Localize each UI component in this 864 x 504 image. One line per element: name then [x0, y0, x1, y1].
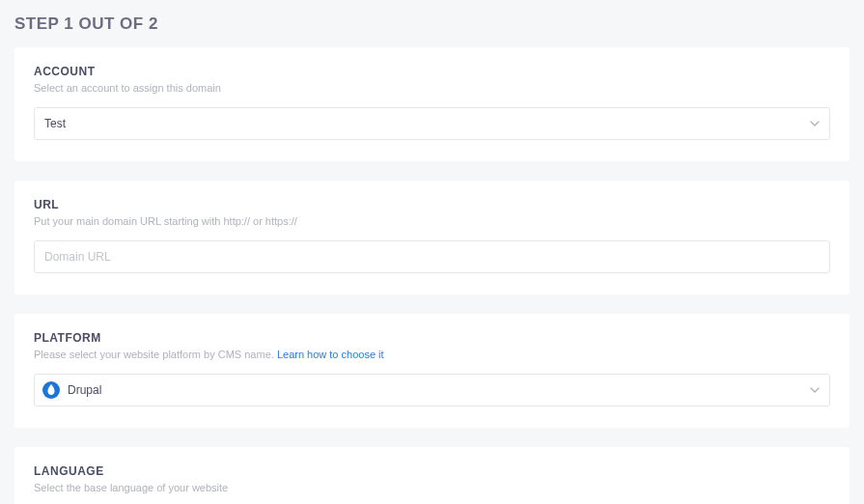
platform-select[interactable]: Drupal [34, 374, 830, 406]
account-select[interactable]: Test [34, 107, 830, 140]
page-title: STEP 1 OUT OF 2 [14, 14, 850, 34]
platform-label: PLATFORM [34, 331, 830, 345]
language-hint: Select the base language of your website [34, 482, 830, 493]
platform-learn-link[interactable]: Learn how to choose it [277, 349, 384, 360]
account-select-value: Test [44, 117, 66, 130]
account-hint: Select an account to assign this domain [34, 82, 830, 94]
url-card: URL Put your main domain URL starting wi… [14, 181, 850, 294]
url-input[interactable] [34, 240, 830, 273]
chevron-down-icon [810, 387, 820, 393]
url-hint: Put your main domain URL starting with h… [34, 215, 830, 227]
platform-hint: Please select your website platform by C… [34, 349, 830, 360]
url-label: URL [34, 198, 830, 211]
account-card: ACCOUNT Select an account to assign this… [14, 47, 850, 161]
platform-card: PLATFORM Please select your website plat… [14, 314, 850, 428]
platform-hint-text: Please select your website platform by C… [34, 349, 277, 360]
account-label: ACCOUNT [34, 65, 830, 78]
platform-select-value: Drupal [68, 383, 101, 397]
drupal-icon [42, 381, 60, 399]
language-card: LANGUAGE Select the base language of you… [14, 447, 850, 504]
language-label: LANGUAGE [34, 464, 830, 478]
chevron-down-icon [810, 121, 820, 126]
